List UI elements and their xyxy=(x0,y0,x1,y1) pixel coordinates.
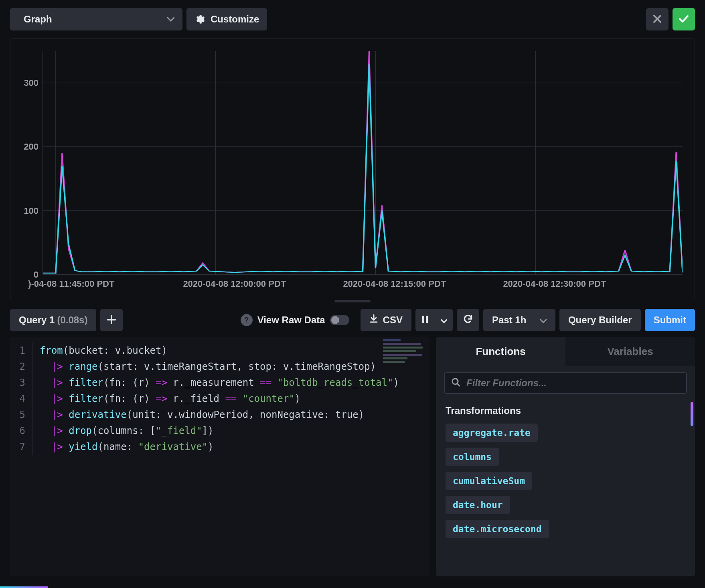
chevron-down-icon xyxy=(540,314,547,326)
line-number: 3 xyxy=(10,375,32,391)
minimap[interactable] xyxy=(383,339,427,375)
functions-panel: Functions Variables Transformations aggr… xyxy=(436,337,695,576)
gear-icon xyxy=(194,14,205,24)
svg-rect-8 xyxy=(422,316,424,323)
line-number: 2 xyxy=(10,359,32,375)
code-line: |> yield(name: "derivative") xyxy=(40,439,429,455)
tab-variables-label: Variables xyxy=(607,345,653,358)
submit-button[interactable]: Submit xyxy=(645,309,695,331)
auto-refresh-dropdown[interactable] xyxy=(435,309,453,331)
function-item[interactable]: columns xyxy=(446,448,499,466)
functions-search[interactable] xyxy=(444,372,687,394)
tab-variables[interactable]: Variables xyxy=(565,337,695,366)
code-line: |> derivative(unit: v.windowPeriod, nonN… xyxy=(40,407,429,423)
plot-svg xyxy=(43,51,683,274)
plot[interactable] xyxy=(43,51,683,275)
scrollbar[interactable] xyxy=(691,402,693,426)
function-item[interactable]: cumulativeSum xyxy=(446,472,532,490)
line-number: 1 xyxy=(10,343,32,359)
x-tick: 2020-04-08 12:15:00 PDT xyxy=(343,279,446,289)
customize-button[interactable]: Customize xyxy=(186,8,267,30)
code-line: |> drop(columns: ["_field"]) xyxy=(40,423,429,439)
section-title: Transformations xyxy=(446,405,685,416)
functions-search-input[interactable] xyxy=(466,377,680,389)
code-line: |> filter(fn: (r) => r._measurement == "… xyxy=(40,375,429,391)
x-tick: 2020-04-08 12:30:00 PDT xyxy=(503,279,606,289)
y-tick: 100 xyxy=(24,206,38,216)
csv-button[interactable]: CSV xyxy=(361,309,411,331)
query-tab-time: (0.08s) xyxy=(57,314,87,326)
y-axis: 0100200300 xyxy=(22,51,43,275)
query-toolbar: Query 1 (0.08s) ? View Raw Data CSV xyxy=(0,303,705,337)
code-content[interactable]: from(bucket: v.bucket) |> range(start: v… xyxy=(32,337,429,576)
chart-panel: 0100200300 )-04-08 11:45:00 PDT2020-04-0… xyxy=(10,39,695,299)
tab-functions-label: Functions xyxy=(476,345,525,358)
x-tick: )-04-08 11:45:00 PDT xyxy=(28,279,114,289)
side-tabs: Functions Variables xyxy=(436,337,695,366)
check-icon xyxy=(679,14,689,24)
pause-icon xyxy=(422,314,428,326)
refresh-button[interactable] xyxy=(457,309,479,331)
confirm-button[interactable] xyxy=(673,8,695,30)
bottom-accent xyxy=(0,586,48,588)
view-raw-label: View Raw Data xyxy=(257,314,325,326)
pause-button[interactable] xyxy=(415,309,435,331)
query-builder-button[interactable]: Query Builder xyxy=(559,309,641,331)
x-tick: 2020-04-08 12:00:00 PDT xyxy=(183,279,286,289)
line-number: 7 xyxy=(10,439,32,455)
code-line: from(bucket: v.bucket) xyxy=(40,343,429,359)
query-tab-name: Query 1 xyxy=(19,314,55,326)
code-line: |> range(start: v.timeRangeStart, stop: … xyxy=(40,359,429,375)
csv-label: CSV xyxy=(383,314,403,326)
code-line: |> filter(fn: (r) => r._field == "counte… xyxy=(40,391,429,407)
function-item[interactable]: date.hour xyxy=(446,496,510,514)
customize-label: Customize xyxy=(211,14,259,25)
function-item[interactable]: date.microsecond xyxy=(446,520,549,538)
resize-handle[interactable] xyxy=(0,299,705,303)
time-range-dropdown[interactable]: Past 1h xyxy=(483,309,555,331)
line-number: 6 xyxy=(10,423,32,439)
time-range-label: Past 1h xyxy=(492,314,526,326)
code-editor[interactable]: 1234567 from(bucket: v.bucket) |> range(… xyxy=(10,337,429,576)
svg-rect-9 xyxy=(426,316,428,323)
query-tab[interactable]: Query 1 (0.08s) xyxy=(10,309,96,331)
refresh-icon xyxy=(463,313,473,327)
auto-refresh-control xyxy=(415,309,453,331)
help-icon[interactable]: ? xyxy=(241,314,253,326)
y-tick: 200 xyxy=(24,142,38,152)
chevron-down-icon xyxy=(167,17,174,22)
tab-functions[interactable]: Functions xyxy=(436,337,565,366)
submit-label: Submit xyxy=(654,314,686,326)
editor-top-bar: Graph Customize xyxy=(0,0,705,34)
add-query-button[interactable] xyxy=(100,309,123,331)
line-number: 4 xyxy=(10,391,32,407)
chart-area: 0100200300 xyxy=(22,51,683,275)
download-icon xyxy=(369,314,378,326)
cancel-button[interactable] xyxy=(646,8,669,30)
x-axis: )-04-08 11:45:00 PDT2020-04-08 12:00:00 … xyxy=(22,275,683,291)
function-item[interactable]: aggregate.rate xyxy=(446,424,538,442)
chevron-down-icon xyxy=(441,314,447,326)
y-tick: 300 xyxy=(24,78,38,88)
function-list: aggregate.ratecolumnscumulativeSumdate.h… xyxy=(444,424,687,538)
plus-icon xyxy=(107,313,116,327)
line-number: 5 xyxy=(10,407,32,423)
query-builder-label: Query Builder xyxy=(568,314,632,326)
search-icon xyxy=(451,377,461,389)
view-raw-toggle[interactable] xyxy=(330,315,349,325)
editor-row: 1234567 from(bucket: v.bucket) |> range(… xyxy=(0,337,705,586)
view-raw-toggle-group: ? View Raw Data xyxy=(241,314,349,326)
functions-body: Transformations aggregate.ratecolumnscum… xyxy=(436,366,695,576)
visualization-type-label: Graph xyxy=(24,14,52,25)
line-gutter: 1234567 xyxy=(10,337,32,576)
close-icon xyxy=(653,14,662,24)
visualization-type-dropdown[interactable]: Graph xyxy=(10,8,182,30)
